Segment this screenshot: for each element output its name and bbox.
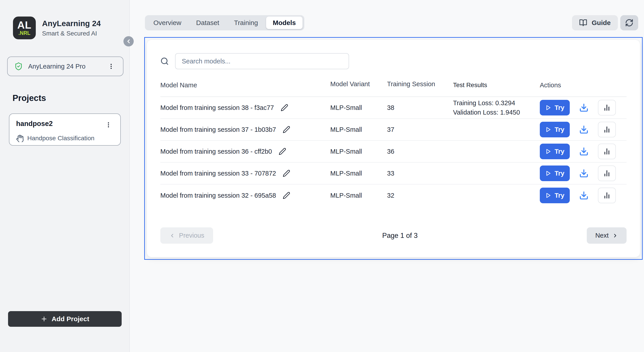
- training-session: 33: [387, 170, 453, 177]
- chevron-left-icon: [126, 38, 132, 44]
- hand-icon: [16, 135, 24, 142]
- download-model-button[interactable]: [578, 167, 590, 179]
- tab-overview[interactable]: Overview: [147, 16, 188, 29]
- edit-model-name-button[interactable]: [282, 169, 291, 178]
- next-page-button[interactable]: Next: [587, 227, 626, 244]
- try-model-button[interactable]: Try: [540, 144, 570, 159]
- tab-training[interactable]: Training: [227, 16, 264, 29]
- project-menu-button[interactable]: [103, 120, 114, 130]
- model-metrics-button[interactable]: [598, 166, 616, 181]
- pagination: Previous Page 1 of 3 Next: [160, 227, 626, 244]
- logo-text: AL: [17, 20, 31, 30]
- pencil-icon: [278, 148, 286, 155]
- plan-menu-button[interactable]: [106, 61, 116, 71]
- download-icon: [579, 191, 588, 200]
- edit-model-name-button[interactable]: [280, 103, 289, 112]
- try-label: Try: [554, 104, 564, 111]
- page-indicator: Page 1 of 3: [213, 232, 587, 240]
- try-model-button[interactable]: Try: [540, 166, 570, 181]
- training-session: 37: [387, 126, 453, 133]
- download-model-button[interactable]: [578, 124, 590, 136]
- try-model-button[interactable]: Try: [540, 100, 570, 116]
- test-results: Training Loss: 0.3294Validation Loss: 1.…: [453, 98, 540, 117]
- tab-models[interactable]: Models: [266, 16, 302, 29]
- download-icon: [579, 125, 588, 134]
- model-metrics-button[interactable]: [598, 100, 616, 116]
- guide-button[interactable]: Guide: [572, 15, 618, 30]
- table-row: Model from training session 32 - 695a58 …: [160, 184, 626, 206]
- download-icon: [579, 103, 588, 112]
- model-name: Model from training session 36 - cff2b0: [160, 148, 272, 155]
- chevron-left-icon: [169, 233, 175, 239]
- model-metrics-button[interactable]: [598, 144, 616, 159]
- try-label: Try: [554, 148, 564, 155]
- add-project-label: Add Project: [52, 315, 89, 323]
- models-card: Model NameModel VariantTraining SessionT…: [147, 39, 640, 257]
- sidebar-collapse-button[interactable]: [124, 36, 134, 46]
- try-label: Try: [554, 170, 564, 177]
- test-result-line: Validation Loss: 1.9450: [453, 108, 540, 117]
- project-type-label: Handpose Classification: [27, 135, 94, 142]
- chevron-right-icon: [612, 233, 618, 239]
- plan-badge[interactable]: AnyLearning 24 Pro: [7, 56, 124, 76]
- column-header: Model Variant: [330, 80, 387, 90]
- model-metrics-button[interactable]: [598, 122, 616, 137]
- test-result-line: Training Loss: 0.3294: [453, 98, 540, 108]
- model-name: Model from training session 32 - 695a58: [160, 192, 276, 199]
- pencil-icon: [283, 126, 290, 133]
- edit-model-name-button[interactable]: [282, 125, 291, 134]
- download-model-button[interactable]: [578, 189, 590, 201]
- download-model-button[interactable]: [578, 102, 590, 114]
- table-row: Model from training session 37 - 1b03b7 …: [160, 119, 626, 141]
- edit-model-name-button[interactable]: [282, 191, 291, 200]
- model-variant: MLP-Small: [330, 148, 387, 155]
- logo-subtext: .NRL: [18, 30, 30, 36]
- refresh-button[interactable]: [620, 15, 638, 30]
- model-name: Model from training session 33 - 707872: [160, 170, 276, 177]
- training-session: 32: [387, 192, 453, 199]
- download-model-button[interactable]: [578, 145, 590, 158]
- table-row: Model from training session 36 - cff2b0 …: [160, 141, 626, 163]
- kebab-icon: [108, 63, 114, 70]
- previous-page-button[interactable]: Previous: [160, 227, 213, 244]
- model-variant: MLP-Small: [330, 126, 387, 133]
- app-logo: AL .NRL: [13, 16, 36, 39]
- model-name: Model from training session 38 - f3ac77: [160, 104, 274, 111]
- shield-check-icon: [14, 62, 23, 71]
- bar-chart-icon: [603, 126, 611, 134]
- sidebar: AL .NRL AnyLearning 24 Smart & Secured A…: [0, 0, 130, 352]
- model-variant: MLP-Small: [330, 104, 387, 111]
- add-project-button[interactable]: Add Project: [8, 311, 122, 327]
- model-name: Model from training session 37 - 1b03b7: [160, 126, 276, 133]
- app-subtitle: Smart & Secured AI: [42, 30, 101, 37]
- bar-chart-icon: [603, 104, 611, 112]
- model-variant: MLP-Small: [330, 192, 387, 199]
- search-models-input[interactable]: [175, 53, 349, 69]
- column-header: Test Results: [453, 80, 540, 90]
- table-header: Model NameModel VariantTraining SessionT…: [160, 80, 626, 97]
- pencil-icon: [283, 192, 290, 199]
- model-metrics-button[interactable]: [598, 188, 616, 203]
- table-row: Model from training session 33 - 707872 …: [160, 163, 626, 184]
- play-icon: [545, 126, 552, 133]
- previous-label: Previous: [179, 232, 204, 239]
- app-title: AnyLearning 24: [42, 19, 101, 28]
- play-icon: [545, 105, 552, 111]
- tab-dataset[interactable]: Dataset: [190, 16, 226, 29]
- training-session: 38: [387, 104, 453, 111]
- column-header: Model Name: [160, 80, 330, 90]
- column-header: Actions: [540, 80, 626, 90]
- try-model-button[interactable]: Try: [540, 188, 570, 203]
- refresh-icon: [625, 18, 634, 27]
- pencil-icon: [281, 104, 288, 111]
- bar-chart-icon: [603, 147, 611, 156]
- next-label: Next: [595, 232, 609, 239]
- kebab-icon: [105, 122, 112, 128]
- bar-chart-icon: [603, 169, 611, 177]
- project-card[interactable]: handpose2 Handpose Classification: [9, 113, 121, 146]
- edit-model-name-button[interactable]: [278, 147, 287, 156]
- plus-icon: [40, 315, 48, 323]
- models-panel: Model NameModel VariantTraining SessionT…: [144, 37, 643, 260]
- try-model-button[interactable]: Try: [540, 122, 570, 137]
- section-tabs: OverviewDatasetTrainingModels: [145, 15, 304, 30]
